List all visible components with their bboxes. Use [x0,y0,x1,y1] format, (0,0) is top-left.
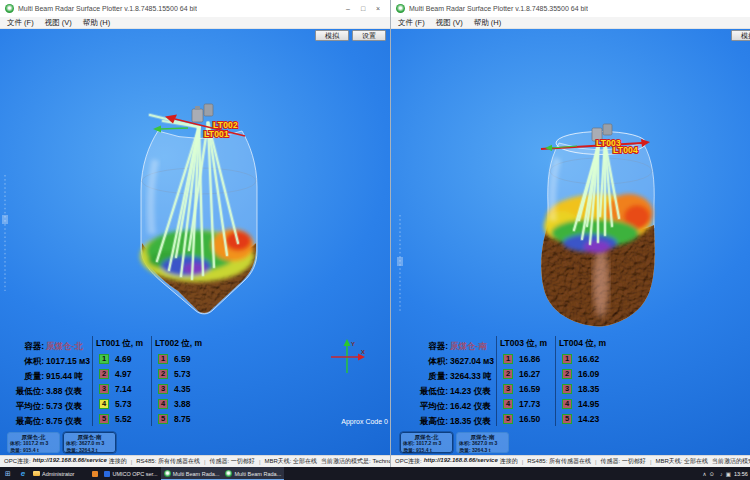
sensor-column-lt001: LT001 位, m 14.69 24.97 37.14 45.73 55.52 [96,336,148,426]
taskbar-clock: 13:56 [734,471,750,477]
active-mode-status: 当前激活的模式是: Technologist [712,457,750,466]
tray-battery-icon[interactable]: ▣ [726,471,731,477]
menu-file[interactable]: 文件 (F) [7,18,34,28]
opc-url: http://192.168.8.66/service [33,457,107,466]
beam-status-box: 3 [562,384,572,394]
menu-help[interactable]: 帮助 (H) [83,18,111,28]
sensor-devices [192,104,213,122]
panel-divider [92,336,93,426]
app-icon [396,4,405,13]
silo-box-south[interactable]: 原煤仓-南 体积: 3627.0 m 3 质量: 3264.3 t [456,432,509,453]
mass-row: 质量:3264.33 吨 [417,366,493,381]
volume-row: 体积:1017.15 м3 [13,351,89,366]
level-ruler [397,215,403,311]
sensor-cell: 316.59 [500,381,552,396]
sensor-cell: 116.86 [500,351,552,366]
tray-chevron-icon[interactable]: ∧ [702,471,706,477]
silo-box-north[interactable]: 原煤仓-北 体积: 1017.2 m 3 质量: 915.4 t [7,432,60,453]
beam-status-box: 1 [99,354,109,364]
minimize-button[interactable]: – [341,2,355,15]
volume-row: 体积:3627.04 м3 [417,351,493,366]
store-bag-icon [92,471,98,477]
menu-view[interactable]: 视图 (V) [45,18,72,28]
axis-y-label: Y [351,341,355,347]
start-button-icon[interactable]: ⊞ [0,470,16,478]
beam-status-box: 3 [503,384,513,394]
sensor-cell: 414.95 [559,396,611,411]
level-ruler [2,175,8,291]
sensor-cell: 216.09 [559,366,611,381]
menu-view[interactable]: 视图 (V) [436,18,463,28]
sensor-column-lt004: LT004 位, m 116.62 216.09 318.35 414.95 5… [559,336,611,426]
sensor-cell: 417.73 [500,396,552,411]
opc-status: OPC连接:http://192.168.8.66/service连接的 [395,457,518,466]
beam-status-box: 2 [503,369,513,379]
panel-divider [555,336,556,426]
taskbar-item-administrator[interactable]: Administrator [30,467,77,480]
opc-server-icon [104,471,110,477]
panel-divider [496,336,497,426]
left-window: Multi Beam Radar Surface Plotter v.1.8.7… [0,0,390,467]
edge-browser-icon[interactable]: e [16,469,30,478]
taskbar-item-store[interactable] [89,467,101,480]
taskbar-item-umico-opc[interactable]: UMICO OPC ser... [101,467,160,480]
right-data-panel: 容器:原煤仓-南 体积:3627.04 м3 质量:3264.33 吨 最低位:… [417,336,611,426]
beam-status-box: 5 [158,414,168,424]
sensor-cell: 45.73 [96,396,148,411]
beam-status-box: 5 [562,414,572,424]
mbr-app-icon [225,470,232,477]
simulate-button[interactable]: 模拟 [731,30,750,41]
silo-box-south[interactable]: 原煤仓-南 体积: 3627.0 m 3 质量: 3264.3 t [63,432,116,453]
taskbar-item-mbr-plotter-2[interactable]: Multi Beam Rada... [222,467,284,480]
rock-streak [593,246,609,318]
left-menubar: 文件 (F) 视图 (V) 帮助 (H) [0,17,390,29]
sensor-cell: 116.62 [559,351,611,366]
app-icon [5,4,14,13]
sensor-cell: 37.14 [96,381,148,396]
beam-status-box: 3 [99,384,109,394]
min-level-row: 最低位:14.23 仪表 [417,381,493,396]
beam-status-box: 2 [158,369,168,379]
sensor-cell: 14.69 [96,351,148,366]
simulate-button[interactable]: 模拟 [315,30,349,41]
sensors-status: 传感器: 一切都好 [210,457,255,466]
left-statusbar: OPC连接:http://192.168.8.66/service连接的 | R… [0,455,390,467]
sensor-cell: 25.73 [155,366,207,381]
close-button[interactable]: × [371,2,385,15]
max-level-row: 最高位:8.75 仪表 [13,411,89,426]
window-title: Multi Beam Radar Surface Plotter v.1.8.7… [409,5,588,12]
silo-selector: 原煤仓-北 体积: 1017.2 m 3 质量: 915.4 t 原煤仓-南 体… [7,432,116,453]
active-mode-status: 当前激活的模式是: Technologist [321,457,390,466]
tray-sound-icon[interactable]: ♪ [720,471,723,477]
left-3d-viewport[interactable]: LT002 LT001 Y X Approx Code 0 模拟 设置 容 [0,29,390,455]
sensor-cell: 58.75 [155,411,207,426]
left-titlebar: Multi Beam Radar Surface Plotter v.1.8.7… [0,0,390,17]
sensor-column-lt003: LT003 位, m 116.86 216.27 316.59 417.73 5… [500,336,552,426]
sensor-label-lt001: LT001 [204,129,229,139]
beam-status-box: 1 [562,354,572,364]
tray-network-icon[interactable]: ⊙ [709,471,714,477]
silo-box-north[interactable]: 原煤仓-北 体积: 1017.2 m 3 质量: 915.4 t [400,432,453,453]
sensor-cell: 216.27 [500,366,552,381]
right-titlebar: Multi Beam Radar Surface Plotter v.1.8.7… [391,0,750,17]
beam-status-box: 4 [503,399,513,409]
window-controls: – □ × [341,2,385,15]
beam-status-box: 3 [158,384,168,394]
taskbar-item-mbr-plotter-1[interactable]: Multi Beam Rada... [161,467,223,480]
axis-x-label: X [361,349,365,355]
sensor-label-lt004: LT004 [613,145,638,155]
desktop: Multi Beam Radar Surface Plotter v.1.8.7… [0,0,750,480]
menu-help[interactable]: 帮助 (H) [474,18,502,28]
menu-file[interactable]: 文件 (F) [398,18,425,28]
window-title: Multi Beam Radar Surface Plotter v.1.8.7… [18,5,197,12]
beam-status-box: 4 [562,399,572,409]
sensor-cell: 516.50 [500,411,552,426]
approx-code-label: Approx Code 0 [341,418,388,426]
right-3d-viewport[interactable]: LT003 LT004 模拟 设置 容器:原煤仓-南 体积:3627.04 м3… [391,29,750,455]
maximize-button[interactable]: □ [356,2,370,15]
opc-status: OPC连接:http://192.168.8.66/service连接的 [4,457,127,466]
system-tray: ∧ ⊙ ♪ ▣ [702,471,731,477]
taskbar: ⊞ e Administrator UMICO OPC ser... Multi… [0,467,750,480]
settings-button[interactable]: 设置 [352,30,386,41]
rs485-status: RS485: 所有传感器在线 [136,457,200,466]
